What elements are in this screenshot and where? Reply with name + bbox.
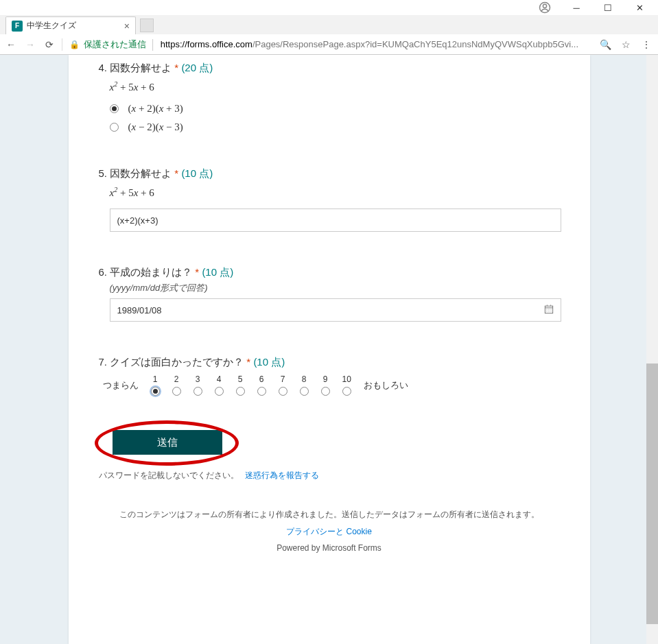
secure-label: 保護された通信 xyxy=(84,38,146,51)
url-text: https://forms.office.com/Pages/ResponseP… xyxy=(161,39,592,49)
question-7-title: 7. クイズは面白かったですか？ * (10 点) xyxy=(99,356,560,369)
q6-date-value: 1989/01/08 xyxy=(117,305,162,315)
zoom-icon[interactable]: 🔍 xyxy=(598,39,613,50)
q5-answer-input[interactable] xyxy=(110,208,561,232)
question-6-title: 6. 平成の始まりは？ * (10 点) xyxy=(99,266,560,279)
rating-option-1[interactable]: 1 xyxy=(151,374,160,396)
url-field[interactable]: 🔒 保護された通信 │ https://forms.office.com/Pag… xyxy=(62,38,592,51)
radio-icon[interactable] xyxy=(279,387,287,396)
scrollbar-track[interactable] xyxy=(646,55,658,644)
scrollbar-thumb[interactable] xyxy=(646,363,658,624)
submit-button[interactable]: 送信 xyxy=(113,430,222,455)
window-close-button[interactable]: ✕ xyxy=(624,0,655,15)
window-titlebar: ─ ☐ ✕ xyxy=(0,0,658,15)
nav-back-button[interactable]: ← xyxy=(4,39,18,50)
question-5: 5. 因数分解せよ * (10 点) x2 + 5x + 6 xyxy=(99,167,560,232)
rating-option-10[interactable]: 10 xyxy=(342,374,351,396)
page-viewport: 4. 因数分解せよ * (20 点) x2 + 5x + 6 (x + 2)(x… xyxy=(0,55,658,644)
question-5-expression: x2 + 5x + 6 xyxy=(110,186,560,199)
submit-wrap: 送信 xyxy=(99,430,560,455)
chrome-menu-button[interactable]: ⋮ xyxy=(639,39,654,50)
nav-forward-button[interactable]: → xyxy=(23,39,37,50)
q4-option-2-label: (x − 2)(x − 3) xyxy=(128,121,183,133)
radio-icon[interactable] xyxy=(110,104,119,113)
bookmark-star-icon[interactable]: ☆ xyxy=(618,39,633,50)
q7-rating-scale: つまらん 1 2 3 4 5 6 7 8 9 10 おもしろい xyxy=(103,374,560,396)
radio-icon[interactable] xyxy=(110,123,119,132)
question-5-title: 5. 因数分解せよ * (10 点) xyxy=(99,167,560,180)
question-6-hint: (yyyy/mm/dd形式で回答) xyxy=(110,282,560,294)
new-tab-button[interactable] xyxy=(140,19,154,32)
rating-option-2[interactable]: 2 xyxy=(172,374,181,396)
browser-address-bar: ← → ⟳ 🔒 保護された通信 │ https://forms.office.c… xyxy=(0,34,658,55)
radio-icon[interactable] xyxy=(151,387,160,396)
calendar-icon[interactable] xyxy=(544,305,554,316)
footer-disclaimer: このコンテンツはフォームの所有者により作成されました。送信したデータはフォームの… xyxy=(99,509,560,521)
question-4: 4. 因数分解せよ * (20 点) x2 + 5x + 6 (x + 2)(x… xyxy=(99,62,560,133)
form-footer: このコンテンツはフォームの所有者により作成されました。送信したデータはフォームの… xyxy=(99,509,560,553)
rating-left-label: つまらん xyxy=(103,379,139,392)
radio-icon[interactable] xyxy=(321,387,330,396)
browser-tab[interactable]: F 中学生クイズ × xyxy=(5,16,136,34)
form-card: 4. 因数分解せよ * (20 点) x2 + 5x + 6 (x + 2)(x… xyxy=(69,55,590,644)
rating-option-4[interactable]: 4 xyxy=(215,374,224,396)
svg-point-1 xyxy=(543,4,546,8)
rating-option-8[interactable]: 8 xyxy=(300,374,309,396)
privacy-cookie-link[interactable]: プライバシーと Cookie xyxy=(286,527,372,536)
q4-option-2[interactable]: (x − 2)(x − 3) xyxy=(110,121,560,133)
window-minimize-button[interactable]: ─ xyxy=(561,0,592,15)
rating-option-5[interactable]: 5 xyxy=(236,374,245,396)
report-abuse-link[interactable]: 迷惑行為を報告する xyxy=(245,470,319,480)
tab-title: 中学生クイズ xyxy=(27,20,124,32)
rating-option-6[interactable]: 6 xyxy=(257,374,266,396)
rating-option-7[interactable]: 7 xyxy=(279,374,287,396)
browser-tabbar: F 中学生クイズ × xyxy=(0,15,658,34)
radio-icon[interactable] xyxy=(236,387,245,396)
footer-powered-by: Powered by Microsoft Forms xyxy=(99,543,560,553)
tab-close-button[interactable]: × xyxy=(124,21,130,32)
user-profile-icon[interactable] xyxy=(529,1,561,14)
radio-icon[interactable] xyxy=(215,387,224,396)
question-4-title: 4. 因数分解せよ * (20 点) xyxy=(99,62,560,75)
question-6: 6. 平成の始まりは？ * (10 点) (yyyy/mm/dd形式で回答) 1… xyxy=(99,266,560,322)
forms-favicon: F xyxy=(12,21,23,32)
q4-option-1[interactable]: (x + 2)(x + 3) xyxy=(110,103,560,115)
password-notice: パスワードを記載しないでください。 迷惑行為を報告する xyxy=(99,470,560,481)
radio-icon[interactable] xyxy=(257,387,266,396)
question-4-expression: x2 + 5x + 6 xyxy=(110,80,560,93)
q4-option-1-label: (x + 2)(x + 3) xyxy=(128,103,183,115)
lock-icon: 🔒 xyxy=(69,40,80,49)
rating-option-3[interactable]: 3 xyxy=(193,374,202,396)
radio-icon[interactable] xyxy=(172,387,181,396)
rating-right-label: おもしろい xyxy=(364,379,408,392)
radio-icon[interactable] xyxy=(342,387,351,396)
q6-date-input[interactable]: 1989/01/08 xyxy=(110,298,561,322)
rating-option-9[interactable]: 9 xyxy=(321,374,330,396)
nav-reload-button[interactable]: ⟳ xyxy=(43,39,56,50)
page-background: 4. 因数分解せよ * (20 点) x2 + 5x + 6 (x + 2)(x… xyxy=(0,55,658,644)
window-maximize-button[interactable]: ☐ xyxy=(592,0,624,15)
radio-icon[interactable] xyxy=(300,387,309,396)
question-7: 7. クイズは面白かったですか？ * (10 点) つまらん 1 2 3 4 5… xyxy=(99,356,560,396)
radio-icon[interactable] xyxy=(193,387,202,396)
